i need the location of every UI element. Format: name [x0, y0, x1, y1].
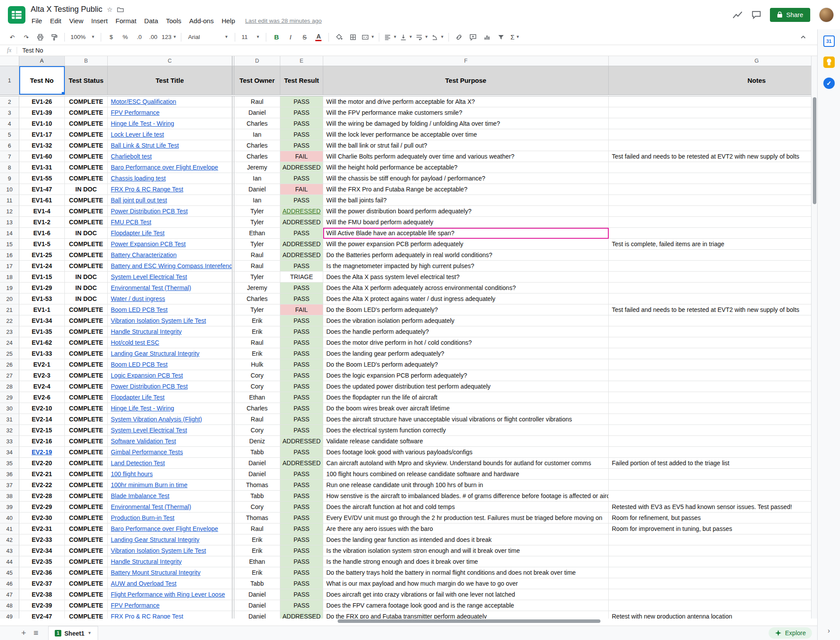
cell-C30[interactable]: Hinge Life Test - Wiring: [108, 403, 232, 414]
cell-E2[interactable]: PASS: [280, 96, 323, 107]
cell-F31[interactable]: Does the aircraft structure have unaccep…: [323, 414, 609, 425]
cell-F20[interactable]: Does the Alta X protect agains water / d…: [323, 293, 609, 304]
menu-help[interactable]: Help: [218, 17, 239, 25]
row-header-33[interactable]: 33: [0, 436, 19, 447]
cell-A32[interactable]: EV2-15: [19, 425, 65, 436]
fill-color-button[interactable]: [332, 32, 346, 43]
cell-B13[interactable]: COMPLETE: [65, 217, 108, 228]
test-title-link[interactable]: Production Burn-in Test: [111, 514, 174, 521]
number-format-menu[interactable]: 123▼: [160, 32, 178, 43]
row-header-27[interactable]: 27: [0, 370, 19, 381]
row-header-15[interactable]: 15: [0, 239, 19, 250]
test-title-link[interactable]: Battery and ESC Wiring Compass Interefen…: [111, 262, 232, 269]
test-title-link[interactable]: Gimbal Performance Tests: [111, 449, 183, 456]
cell-A38[interactable]: EV2-28: [19, 491, 65, 502]
row-header-16[interactable]: 16: [0, 250, 19, 261]
calendar-icon[interactable]: 31: [823, 35, 835, 47]
cell-G42[interactable]: [609, 534, 811, 545]
cell-F22[interactable]: Does the vibration isolation perform ade…: [323, 315, 609, 326]
row-header-20[interactable]: 20: [0, 293, 19, 304]
test-title-link[interactable]: System Level Electrical Test: [111, 273, 187, 280]
cell-G8[interactable]: [609, 162, 811, 173]
cell-B49[interactable]: COMPLETE: [65, 611, 108, 619]
cell-B35[interactable]: COMPLETE: [65, 458, 108, 469]
cell-D27[interactable]: Cory: [234, 370, 280, 381]
cell-C44[interactable]: Handle Structural Integrity: [108, 556, 232, 567]
cell-F16[interactable]: Do the Batteries perform adequately in r…: [323, 250, 609, 261]
cell-D23[interactable]: Erik: [234, 326, 280, 337]
test-title-link[interactable]: Ball joint pull out test: [111, 197, 167, 204]
cell-F43[interactable]: Is the vibration isolation system stron …: [323, 545, 609, 556]
cell-B14[interactable]: IN DOC: [65, 228, 108, 239]
row-header-37[interactable]: 37: [0, 480, 19, 491]
test-title-link[interactable]: Power Distribution PCB Test: [111, 208, 188, 215]
cell-B1[interactable]: Test Status: [65, 66, 108, 95]
row-header-2[interactable]: 2: [0, 96, 19, 107]
cell-G38[interactable]: [609, 491, 811, 502]
cell-A43[interactable]: EV2-34: [19, 545, 65, 556]
selection-fill-handle[interactable]: [62, 92, 65, 95]
cell-F4[interactable]: Will the wiring be damaged by folding / …: [323, 118, 609, 129]
test-title-link[interactable]: Baro Performance over Flight Envelope: [111, 525, 218, 532]
cell-D8[interactable]: Jeremy: [234, 162, 280, 173]
cell-F8[interactable]: Will the height hold performance be acce…: [323, 162, 609, 173]
row-header-4[interactable]: 4: [0, 118, 19, 129]
row-header-19[interactable]: 19: [0, 283, 19, 293]
hide-menus-button[interactable]: [796, 32, 810, 43]
cell-D14[interactable]: Ethan: [234, 228, 280, 239]
cell-F6[interactable]: Will the ball link or strut fail / pull …: [323, 140, 609, 151]
cell-C8[interactable]: Baro Performance over Flight Envelope: [108, 162, 232, 173]
cell-A49[interactable]: EV2-47: [19, 611, 65, 619]
row-header-44[interactable]: 44: [0, 556, 19, 567]
row-header-36[interactable]: 36: [0, 469, 19, 480]
cell-D7[interactable]: Charles: [234, 151, 280, 162]
cell-G48[interactable]: [609, 600, 811, 611]
cell-F46[interactable]: What is our max payload and how much mar…: [323, 578, 609, 589]
cell-D1[interactable]: Test Owner: [234, 66, 280, 95]
cell-C19[interactable]: Environmental Test (Thermal): [108, 283, 232, 293]
cell-A28[interactable]: EV2-4: [19, 381, 65, 392]
cell-F10[interactable]: Will the FRX Pro and Futaba Range be acc…: [323, 184, 609, 195]
cell-E36[interactable]: PASS: [280, 469, 323, 480]
row-header-35[interactable]: 35: [0, 458, 19, 469]
row-header-26[interactable]: 26: [0, 359, 19, 370]
menu-view[interactable]: View: [65, 17, 87, 25]
row-header-46[interactable]: 46: [0, 578, 19, 589]
strikethrough-button[interactable]: S: [297, 32, 311, 43]
test-title-link[interactable]: Hinge Life Test - Wiring: [111, 405, 174, 412]
cell-A45[interactable]: EV2-36: [19, 567, 65, 578]
cell-F35[interactable]: Can aircraft autoland with Mpro and skyv…: [323, 458, 609, 469]
format-currency-button[interactable]: $: [104, 32, 118, 43]
cell-C16[interactable]: Battery Characterization: [108, 250, 232, 261]
cell-B22[interactable]: COMPLETE: [65, 315, 108, 326]
font-size-select[interactable]: 11▼: [238, 32, 263, 43]
cell-C2[interactable]: Motor/ESC Qualification: [108, 96, 232, 107]
cell-E5[interactable]: PASS: [280, 129, 323, 140]
row-header-41[interactable]: 41: [0, 523, 19, 534]
cell-E10[interactable]: FAIL: [280, 184, 323, 195]
cell-E25[interactable]: PASS: [280, 348, 323, 359]
cell-C31[interactable]: System Vibration Analysis (Flight): [108, 414, 232, 425]
cell-E3[interactable]: PASS: [280, 107, 323, 118]
test-title-link[interactable]: Blade Imbalance Test: [111, 492, 169, 499]
cell-G1[interactable]: Notes: [609, 66, 811, 95]
cell-B12[interactable]: COMPLETE: [65, 206, 108, 217]
cell-F38[interactable]: How senstive is the aircraft to imbalanc…: [323, 491, 609, 502]
cell-F14[interactable]: Will Active Blade have an acceptable lif…: [323, 228, 609, 239]
cell-G44[interactable]: [609, 556, 811, 567]
cell-C18[interactable]: System Level Electrical Test: [108, 272, 232, 283]
cell-C39[interactable]: Environmental Test (Thermal): [108, 502, 232, 513]
cell-C29[interactable]: Flopdapter Life Test: [108, 392, 232, 403]
menu-addons[interactable]: Add-ons: [185, 17, 218, 25]
cell-F11[interactable]: Will the ball joints fail?: [323, 195, 609, 206]
font-family-select[interactable]: Arial▼: [184, 32, 232, 43]
cell-E30[interactable]: PASS: [280, 403, 323, 414]
cell-D47[interactable]: Daniel: [234, 589, 280, 600]
row-header-38[interactable]: 38: [0, 491, 19, 502]
cell-A31[interactable]: EV2-14: [19, 414, 65, 425]
cell-F30[interactable]: Do the boom wires break over aircraft li…: [323, 403, 609, 414]
add-sheet-button[interactable]: +: [18, 628, 30, 638]
cell-B45[interactable]: COMPLETE: [65, 567, 108, 578]
cell-G7[interactable]: Test failed and needs to be retested at …: [609, 151, 811, 162]
test-title-link[interactable]: Environmental Test (Thermal): [111, 284, 191, 291]
